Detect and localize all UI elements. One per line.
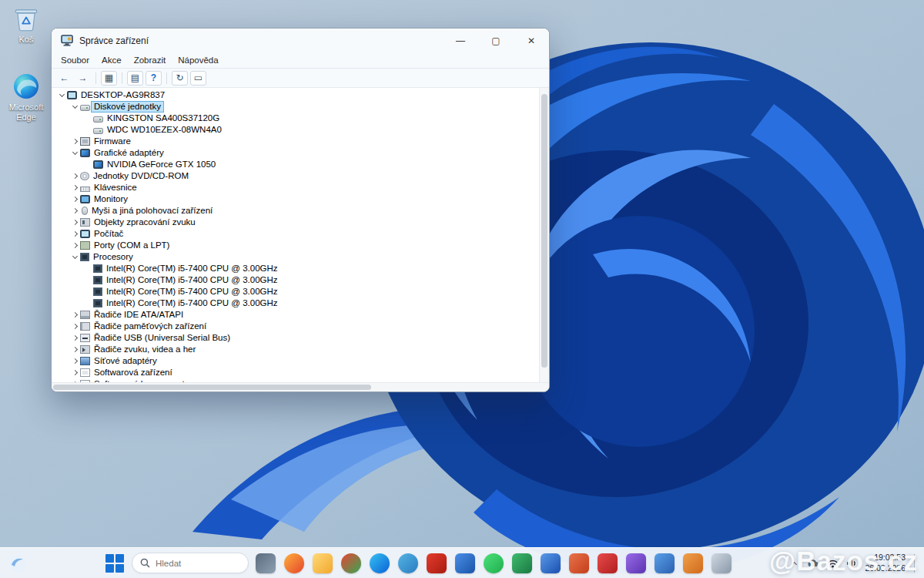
tree-node[interactable]: Jednotky DVD/CD-ROM bbox=[52, 170, 539, 182]
legacy-hardware-icon[interactable]: ▭ bbox=[190, 71, 206, 86]
tree-node-label[interactable]: Procesory bbox=[91, 252, 136, 262]
desktop-icon-recycle-bin[interactable]: Koš bbox=[0, 5, 54, 45]
chevron-right-icon[interactable] bbox=[69, 193, 80, 205]
tree-node[interactable]: Počítač bbox=[52, 228, 539, 240]
close-button[interactable]: ✕ bbox=[514, 29, 549, 52]
tree-node[interactable]: Grafické adaptéry bbox=[52, 147, 539, 159]
tree-node-label[interactable]: Porty (COM a LPT) bbox=[92, 240, 172, 250]
horizontal-scrollbar[interactable] bbox=[52, 382, 549, 391]
widgets-button[interactable] bbox=[8, 553, 28, 576]
tree-node[interactable]: Intel(R) Core(TM) i5-7400 CPU @ 3.00GHz bbox=[52, 274, 539, 286]
task-view-icon[interactable] bbox=[256, 553, 276, 573]
tree-node[interactable]: KINGSTON SA400S37120G bbox=[52, 113, 539, 124]
chevron-right-icon[interactable] bbox=[69, 355, 80, 367]
search-box[interactable] bbox=[132, 553, 249, 573]
tree-node[interactable]: Diskové jednotky bbox=[52, 101, 539, 113]
app-red-icon[interactable] bbox=[598, 553, 618, 573]
chevron-right-icon[interactable] bbox=[69, 205, 80, 217]
chevron-right-icon[interactable] bbox=[69, 321, 80, 332]
menu-akce[interactable]: Akce bbox=[95, 54, 128, 66]
forward-icon[interactable]: → bbox=[75, 71, 91, 86]
tree-node[interactable]: NVIDIA GeForce GTX 1050 bbox=[52, 159, 539, 170]
chrome-icon[interactable] bbox=[341, 553, 361, 573]
chevron-down-icon[interactable] bbox=[69, 101, 80, 113]
chevron-right-icon[interactable] bbox=[69, 170, 80, 182]
tree-node[interactable]: Intel(R) Core(TM) i5-7400 CPU @ 3.00GHz bbox=[52, 297, 539, 309]
app-purple-icon[interactable] bbox=[626, 553, 646, 573]
mail-icon[interactable] bbox=[455, 553, 475, 573]
telegram-icon[interactable] bbox=[398, 553, 418, 573]
minimize-button[interactable]: — bbox=[443, 29, 478, 52]
tree-node-label[interactable]: WDC WD10EZEX-08WN4A0 bbox=[105, 125, 224, 135]
tree-node-label[interactable]: Objekty zpracování zvuku bbox=[92, 217, 198, 227]
tree-node[interactable]: Řadiče zvuku, videa a her bbox=[52, 344, 539, 355]
tree-node-label[interactable]: Intel(R) Core(TM) i5-7400 CPU @ 3.00GHz bbox=[104, 287, 280, 297]
menu-soubor[interactable]: Soubor bbox=[55, 54, 95, 66]
back-icon[interactable]: ← bbox=[56, 71, 72, 86]
tree-node[interactable]: Myši a jiná polohovací zařízení bbox=[52, 205, 539, 217]
tree-node[interactable]: Klávesnice bbox=[52, 182, 539, 193]
tree-node-label[interactable]: Počítač bbox=[92, 229, 126, 239]
tree-node-label[interactable]: Klávesnice bbox=[92, 183, 139, 193]
start-button[interactable] bbox=[105, 553, 125, 573]
chevron-right-icon[interactable] bbox=[69, 344, 80, 355]
file-explorer-icon[interactable] bbox=[313, 553, 333, 573]
chevron-right-icon[interactable] bbox=[69, 217, 80, 228]
tree-node[interactable]: Řadiče paměťových zařízení bbox=[52, 321, 539, 332]
tree-node[interactable]: Intel(R) Core(TM) i5-7400 CPU @ 3.00GHz bbox=[52, 286, 539, 297]
chevron-down-icon[interactable] bbox=[69, 147, 80, 159]
help-icon[interactable]: ? bbox=[146, 71, 162, 86]
chevron-right-icon[interactable] bbox=[69, 136, 80, 147]
search-input[interactable] bbox=[156, 559, 233, 568]
chevron-right-icon[interactable] bbox=[69, 240, 80, 251]
tree-node-label[interactable]: Řadiče zvuku, videa a her bbox=[92, 344, 198, 355]
tree-node[interactable]: Monitory bbox=[52, 193, 539, 205]
tree-node[interactable]: Procesory bbox=[52, 251, 539, 263]
edge-icon[interactable] bbox=[370, 553, 390, 573]
tree-node-label[interactable]: Řadiče IDE ATA/ATAPI bbox=[92, 310, 186, 320]
titlebar[interactable]: Správce zařízení — ▢ ✕ bbox=[52, 29, 549, 52]
tree-node-label[interactable]: Intel(R) Core(TM) i5-7400 CPU @ 3.00GHz bbox=[104, 275, 280, 285]
chevron-right-icon[interactable] bbox=[69, 367, 80, 378]
menu-napoveda[interactable]: Nápověda bbox=[172, 54, 224, 66]
tree-node-label[interactable]: KINGSTON SA400S37120G bbox=[105, 113, 222, 123]
chevron-down-icon[interactable] bbox=[56, 89, 67, 101]
tree-node-label[interactable]: Jednotky DVD/CD-ROM bbox=[91, 171, 191, 181]
tree-node-label[interactable]: Řadiče paměťových zařízení bbox=[92, 321, 209, 331]
horizontal-scrollbar-thumb[interactable] bbox=[53, 385, 371, 390]
maximize-button[interactable]: ▢ bbox=[478, 29, 514, 52]
tree-node-label[interactable]: Grafické adaptéry bbox=[92, 148, 166, 158]
tree-node[interactable]: Objekty zpracování zvuku bbox=[52, 217, 539, 228]
tree-node-label[interactable]: Myši a jiná polohovací zařízení bbox=[89, 206, 215, 216]
app-blue-icon[interactable] bbox=[654, 553, 675, 573]
powerpoint-icon[interactable] bbox=[569, 553, 589, 573]
tree-node[interactable]: Softwarová zařízení bbox=[52, 367, 539, 378]
tree-node[interactable]: WDC WD10EZEX-08WN4A0 bbox=[52, 124, 539, 136]
tree-node-label[interactable]: Intel(R) Core(TM) i5-7400 CPU @ 3.00GHz bbox=[104, 298, 280, 308]
tree-node-label[interactable]: Intel(R) Core(TM) i5-7400 CPU @ 3.00GHz bbox=[104, 264, 280, 274]
properties-icon[interactable]: ▤ bbox=[127, 71, 143, 86]
tree-node-label[interactable]: Softwarová zařízení bbox=[92, 368, 175, 378]
tree-node[interactable]: Síťové adaptéry bbox=[52, 355, 539, 367]
tree-node-label[interactable]: Diskové jednotky bbox=[92, 102, 163, 112]
excel-icon[interactable] bbox=[512, 553, 532, 573]
desktop-icon-edge[interactable]: Microsoft Edge bbox=[0, 72, 54, 122]
tree-node[interactable]: Firmware bbox=[52, 136, 539, 147]
adobe-reader-icon[interactable] bbox=[427, 553, 447, 573]
tree-node[interactable]: DESKTOP-AG9R837 bbox=[52, 89, 539, 101]
menu-zobrazit[interactable]: Zobrazit bbox=[128, 54, 172, 66]
tree-node[interactable]: Intel(R) Core(TM) i5-7400 CPU @ 3.00GHz bbox=[52, 263, 539, 274]
tree-node-label[interactable]: DESKTOP-AG9R837 bbox=[79, 90, 167, 100]
chevron-right-icon[interactable] bbox=[69, 182, 80, 193]
vertical-scrollbar[interactable] bbox=[539, 88, 549, 382]
whatsapp-icon[interactable] bbox=[484, 553, 504, 573]
chevron-down-icon[interactable] bbox=[69, 251, 80, 263]
scan-hardware-changes-icon[interactable]: ↻ bbox=[172, 71, 188, 86]
tree-node-label[interactable]: Firmware bbox=[92, 136, 133, 146]
tree-node-label[interactable]: NVIDIA GeForce GTX 1050 bbox=[105, 160, 218, 170]
tree-node-label[interactable]: Monitory bbox=[92, 194, 130, 204]
tree-node[interactable]: Řadiče IDE ATA/ATAPI bbox=[52, 309, 539, 321]
vertical-scrollbar-thumb[interactable] bbox=[541, 94, 547, 368]
tree-node-label[interactable]: Síťové adaptéry bbox=[92, 356, 159, 366]
chevron-right-icon[interactable] bbox=[69, 228, 80, 240]
